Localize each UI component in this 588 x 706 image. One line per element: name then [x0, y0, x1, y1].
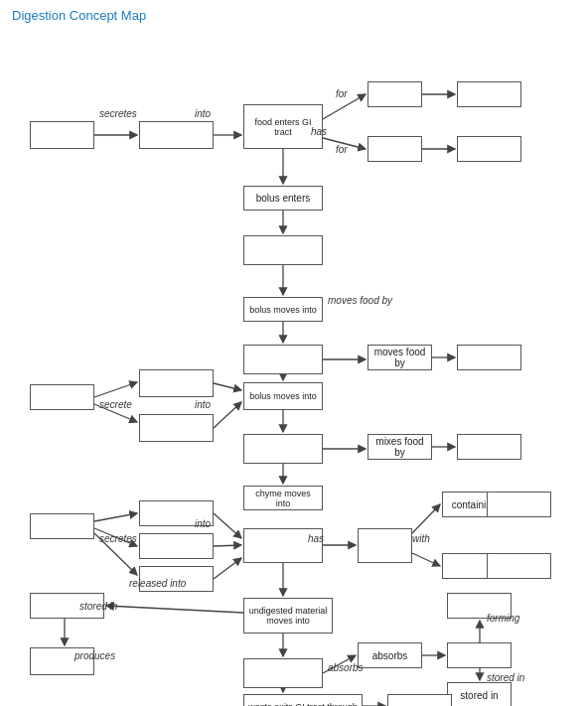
concept-node-n6	[368, 136, 422, 162]
concept-label-l6: secrete	[99, 399, 132, 410]
svg-line-25	[214, 513, 241, 538]
concept-node-n2	[139, 121, 214, 149]
concept-label-l16: stored in	[487, 672, 524, 683]
concept-node-n40: waste exits GI tract through	[243, 694, 363, 706]
concept-node-n12: moves food by	[368, 345, 432, 370]
concept-label-l7: into	[195, 399, 211, 410]
svg-line-31	[412, 553, 440, 566]
svg-line-29	[412, 504, 440, 533]
page-title: Digestion Concept Map	[0, 0, 588, 27]
concept-label-l5: has	[311, 126, 327, 137]
concept-label-l14: produces	[74, 650, 115, 661]
concept-node-n11	[243, 345, 323, 374]
concept-node-n5	[457, 81, 521, 107]
concept-label-l13: stored in	[79, 601, 117, 612]
concept-label-l1: secretes	[99, 108, 137, 119]
concept-node-n16	[139, 414, 214, 442]
concept-node-n31	[487, 553, 551, 579]
svg-line-26	[214, 545, 241, 546]
concept-node-n39: stored in	[447, 682, 512, 706]
concept-map: food enters GI tractbolus entersbolus mo…	[0, 27, 588, 706]
concept-label-l3: for	[336, 88, 348, 99]
concept-node-n19: mixes food by	[368, 434, 432, 460]
svg-line-16	[214, 383, 241, 390]
concept-node-n36: absorbs	[358, 642, 422, 668]
concept-node-n10: bolus moves into	[243, 297, 323, 322]
concept-node-n15	[139, 369, 214, 397]
concept-label-l2: into	[195, 108, 211, 119]
concept-node-n1	[30, 121, 94, 149]
concept-label-l8: into	[195, 518, 211, 529]
svg-line-27	[214, 558, 241, 579]
concept-label-l15: forming	[487, 613, 519, 624]
svg-line-34	[106, 606, 243, 613]
concept-node-n4	[368, 81, 422, 107]
concept-node-n13	[457, 345, 521, 370]
concept-node-n22	[30, 513, 94, 539]
concept-label-l4: for	[336, 144, 348, 155]
svg-line-14	[94, 382, 137, 397]
concept-label-l17: absorbs	[328, 662, 364, 673]
concept-node-n21: chyme moves into	[243, 486, 323, 510]
concept-node-n20	[457, 434, 521, 460]
concept-node-n35	[243, 658, 323, 688]
concept-node-n32: undigested material moves into	[243, 598, 333, 634]
svg-line-22	[94, 513, 137, 521]
concept-node-n37	[447, 642, 512, 668]
concept-node-n8: bolus enters	[243, 186, 323, 211]
concept-label-l11: with	[412, 533, 430, 544]
svg-line-17	[214, 402, 241, 428]
concept-node-n29	[487, 492, 551, 517]
concept-node-n9	[243, 235, 323, 265]
concept-node-n18	[243, 434, 323, 464]
concept-node-n24	[139, 533, 214, 559]
concept-label-l10: has	[308, 533, 324, 544]
concept-node-n7	[457, 136, 521, 162]
concept-label-l12: released into	[129, 578, 186, 589]
concept-node-n17: bolus moves into	[243, 382, 323, 410]
concept-label-l9: secretes	[99, 533, 137, 544]
concept-node-n14	[30, 384, 94, 410]
concept-label-l18: moves food by	[328, 295, 392, 306]
concept-node-n41	[387, 694, 452, 706]
concept-node-n27	[358, 528, 412, 563]
